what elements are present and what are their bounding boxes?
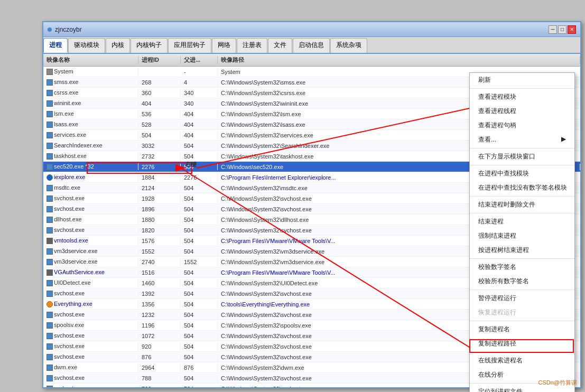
table-header: 映像名称 进程ID 父进... 映像路径 xyxy=(43,54,580,67)
menu-item[interactable]: 暂停进程运行 xyxy=(470,291,574,305)
tab-driver[interactable]: 驱动模块 xyxy=(68,38,105,53)
menu-item: 恢复进程运行 xyxy=(470,305,574,320)
menu-separator xyxy=(470,88,574,89)
menu-separator xyxy=(470,213,574,213)
menu-separator xyxy=(470,290,574,290)
main-window: zjnczoybr ─ □ ✕ 进程 驱动模块 内核 内核钩子 应用层钩子 网络… xyxy=(42,21,581,388)
tab-startup[interactable]: 启动信息 xyxy=(293,38,330,53)
menu-item[interactable]: 强制结束进程 xyxy=(470,229,574,243)
header-name: 映像名称 xyxy=(43,56,138,64)
menu-item[interactable]: 定位到进程文件 xyxy=(470,385,574,392)
tab-kernel-hook[interactable]: 内核钩子 xyxy=(131,38,168,53)
header-ppid: 父进... xyxy=(181,56,218,64)
tab-app-hook[interactable]: 应用层钩子 xyxy=(168,38,211,53)
close-button[interactable]: ✕ xyxy=(568,25,576,34)
minimize-button[interactable]: ─ xyxy=(549,25,557,34)
tab-network[interactable]: 网络 xyxy=(212,38,236,53)
window-controls: ─ □ ✕ xyxy=(549,25,576,34)
menu-separator xyxy=(470,148,574,148)
menu-item[interactable]: 复制进程名 xyxy=(470,322,574,337)
menu-separator xyxy=(470,258,574,259)
menu-item[interactable]: 刷新 xyxy=(470,73,574,87)
menu-item[interactable]: 结束进程时删除文件 xyxy=(470,198,574,212)
menu-separator xyxy=(470,321,574,321)
menu-item[interactable]: 查看进程模块 xyxy=(470,90,574,104)
window-titlebar: zjnczoybr ─ □ ✕ xyxy=(43,22,580,37)
menu-item[interactable]: 校验数字签名 xyxy=(470,260,574,274)
header-pid: 进程ID xyxy=(138,56,181,64)
menu-item[interactable]: 在下方显示模块窗口 xyxy=(470,150,574,164)
tab-misc[interactable]: 系统杂项 xyxy=(330,38,367,53)
menu-item[interactable]: 在进程中查找没有数字签名模块 xyxy=(470,181,574,195)
menu-item[interactable]: 在线搜索进程名 xyxy=(470,353,574,368)
menu-separator xyxy=(470,352,574,352)
menu-item[interactable]: 在进程中查找模块 xyxy=(470,166,574,181)
menu-separator xyxy=(470,165,574,165)
title-dot xyxy=(48,27,52,32)
tab-bar: 进程 驱动模块 内核 内核钩子 应用层钩子 网络 注册表 文件 启动信息 系统杂… xyxy=(43,37,580,54)
window-title: zjnczoybr xyxy=(55,26,549,33)
menu-item[interactable]: 结束进程 xyxy=(470,214,574,229)
menu-item[interactable]: 复制进程路径 xyxy=(470,337,574,351)
tab-file[interactable]: 文件 xyxy=(268,38,292,53)
context-menu: 刷新查看进程模块查看进程线程查看进程句柄查看...在下方显示模块窗口在进程中查找… xyxy=(469,72,575,392)
menu-item[interactable]: 校验所有数字签名 xyxy=(470,274,574,288)
menu-separator xyxy=(470,196,574,197)
header-path: 映像路径 xyxy=(218,56,580,64)
menu-item[interactable]: 查看... xyxy=(470,133,574,147)
menu-separator xyxy=(470,383,574,384)
tab-kernel[interactable]: 内核 xyxy=(106,38,130,53)
menu-item[interactable]: 查看进程句柄 xyxy=(470,118,574,133)
maximize-button[interactable]: □ xyxy=(558,25,567,34)
tab-process[interactable]: 进程 xyxy=(43,38,68,53)
menu-item[interactable]: 查看进程线程 xyxy=(470,104,574,118)
menu-item[interactable]: 按进程树结束进程 xyxy=(470,243,574,257)
tab-registry[interactable]: 注册表 xyxy=(237,38,267,53)
menu-item[interactable]: 在线分析 xyxy=(470,368,574,382)
